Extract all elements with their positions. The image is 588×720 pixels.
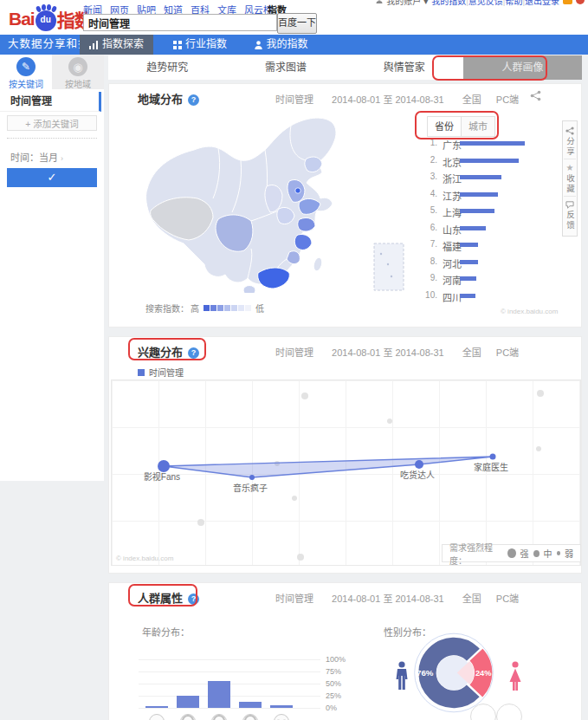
interest-polygon xyxy=(164,457,493,477)
account-link[interactable]: 我的指数 xyxy=(431,0,466,6)
watermark: © index.baidu.com xyxy=(116,555,173,562)
age-gridline xyxy=(139,659,320,660)
add-keyword-button[interactable]: + 添加关键词 xyxy=(7,115,97,131)
feedback-tool[interactable]: 反馈 xyxy=(564,199,576,232)
feedback-tool-label: 反馈 xyxy=(564,211,576,230)
keyword-item[interactable]: 时间管理 xyxy=(0,92,101,112)
search-button[interactable]: 百度一下 xyxy=(277,13,317,34)
age-face-icon xyxy=(179,713,197,720)
ranking-province-name: 广东 xyxy=(443,138,462,152)
interest-point-label: 吃货达人 xyxy=(400,470,435,480)
background-dot xyxy=(537,390,544,397)
male-pct-label: 76% xyxy=(417,668,434,678)
background-dot xyxy=(301,392,308,399)
tab-audience-profile[interactable]: 人群画像 xyxy=(463,55,582,80)
series-legend: 时间管理 xyxy=(138,366,184,379)
strength-legend: 需求强烈程度： 强 中 弱 xyxy=(442,544,581,562)
ranking-bar xyxy=(460,209,494,213)
ranking-province-name: 上海 xyxy=(443,205,462,219)
ranking-row[interactable]: 10.四川 xyxy=(423,290,579,304)
share-icon[interactable] xyxy=(530,89,541,105)
help-icon[interactable]: ? xyxy=(188,347,199,359)
share-tool-label: 分享 xyxy=(564,137,576,157)
ranking-rank: 10. xyxy=(423,290,437,300)
ranking-row[interactable]: 1.广东 xyxy=(423,138,579,152)
pencil-icon: ✎ xyxy=(16,57,36,76)
ranking-rank: 5. xyxy=(423,205,437,215)
confirm-button[interactable]: ✓ xyxy=(7,168,97,187)
watermark: © index.baidu.com xyxy=(501,308,558,315)
region-panel-title: 地域分布? xyxy=(138,90,199,107)
help-icon[interactable]: ? xyxy=(188,594,199,605)
navbar-tab-my-index[interactable]: 我的指数 xyxy=(246,35,317,55)
ranking-row[interactable]: 8.河北 xyxy=(423,256,579,270)
time-filter[interactable]: 时间：当月 › xyxy=(10,150,63,164)
side-toolbar: 分享 ★ 收藏 反馈 xyxy=(562,120,578,237)
ranking-row[interactable]: 4.江苏 xyxy=(423,189,579,203)
interest-panel-title: 兴趣分布? xyxy=(138,343,199,360)
sidebar-tab-by-region[interactable]: ◉ 按地域 xyxy=(52,55,104,89)
age-ytick-label: 0% xyxy=(326,704,337,712)
account-link[interactable]: 意见反馈 xyxy=(468,0,503,6)
navbar-tab-industry-index[interactable]: 行业指数 xyxy=(165,35,236,55)
age-ytick-label: 100% xyxy=(326,655,346,664)
baidu-index-page: Bai du 指数 新闻网页贴吧知道百科文库风云榜 指数 百度一下 我的账户 ▾… xyxy=(0,0,588,720)
vip-badge-icon[interactable] xyxy=(563,0,572,4)
toggle-province[interactable]: 省份 xyxy=(428,117,462,136)
sidebar-tab-by-keyword[interactable]: ✎ 按关键词 xyxy=(0,55,52,89)
ranking-province-name: 福建 xyxy=(443,239,462,253)
favorite-tool[interactable]: ★ 收藏 xyxy=(564,162,576,197)
age-face-icon xyxy=(210,713,228,720)
tab-demand-map[interactable]: 需求图谱 xyxy=(227,55,346,80)
ranking-bar xyxy=(460,226,486,230)
china-map[interactable] xyxy=(121,107,407,293)
weak-dot-icon xyxy=(557,551,560,555)
ranking-row[interactable]: 3.浙江 xyxy=(423,172,579,185)
help-icon[interactable]: ? xyxy=(188,94,199,106)
ranking-province-name: 四川 xyxy=(443,290,462,304)
map-province-shandong xyxy=(299,198,320,214)
legend-gradient-square xyxy=(224,305,230,311)
help-badge-icon[interactable] xyxy=(576,0,585,4)
ranking-rank: 2. xyxy=(423,155,437,165)
profile-panel: 人群属性? 时间管理 2014-08-01 至 2014-08-31 全国 PC… xyxy=(108,582,582,720)
ranking-row[interactable]: 6.山东 xyxy=(423,223,579,237)
share-tool[interactable]: 分享 xyxy=(564,125,576,159)
account-link[interactable]: 帮助 xyxy=(505,0,522,6)
map-hainan xyxy=(243,286,255,294)
navbar-tab-label: 行业指数 xyxy=(185,35,227,55)
account-link[interactable]: 退出登录 xyxy=(525,0,559,6)
share-icon xyxy=(565,126,574,135)
background-dot xyxy=(297,554,304,561)
account-name[interactable]: 我的账户 ▾ xyxy=(386,0,428,7)
ranking-province-name: 山东 xyxy=(443,223,462,237)
tab-sentiment-manager[interactable]: 舆情管家 xyxy=(346,55,464,80)
ranking-row[interactable]: 2.北京 xyxy=(423,155,579,169)
ranking-province-name: 河南 xyxy=(443,273,462,287)
grid-icon xyxy=(173,41,182,49)
tab-trend-research[interactable]: 趋势研究 xyxy=(108,55,227,80)
ranking-rank: 1. xyxy=(423,138,437,147)
search-input[interactable] xyxy=(83,14,277,31)
age-ytick-label: 50% xyxy=(326,679,341,688)
legend-swatch xyxy=(138,369,145,376)
ranking-row[interactable]: 5.上海 xyxy=(423,205,579,219)
navbar-tab-index-explore[interactable]: 指数探索 xyxy=(80,35,153,55)
navbar-tab-label: 指数探索 xyxy=(102,35,144,55)
interest-chart[interactable]: 影视Fans音乐疯子吃货达人家庭医生 xyxy=(111,379,581,566)
baidu-index-logo[interactable]: Bai du 指数 xyxy=(9,5,92,33)
time-filter-label: 时间：当月 xyxy=(10,152,58,163)
background-dot xyxy=(197,519,204,526)
map-province-fujian xyxy=(287,251,300,264)
ranking-row[interactable]: 9.河南 xyxy=(423,273,579,287)
ranking-bar xyxy=(460,294,475,298)
toggle-city[interactable]: 城市 xyxy=(462,117,494,136)
profile-panel-meta: 时间管理 2014-08-01 至 2014-08-31 全国 PC端 xyxy=(275,591,519,605)
age-gridline xyxy=(139,671,320,672)
ranking-row[interactable]: 7.福建 xyxy=(423,239,579,253)
legend-gradient-square xyxy=(245,305,251,311)
age-gridline xyxy=(139,708,320,709)
legend-gradient-square xyxy=(238,305,244,311)
profile-panel-title: 人群属性? xyxy=(138,589,199,606)
ranking-rank: 3. xyxy=(423,172,437,181)
